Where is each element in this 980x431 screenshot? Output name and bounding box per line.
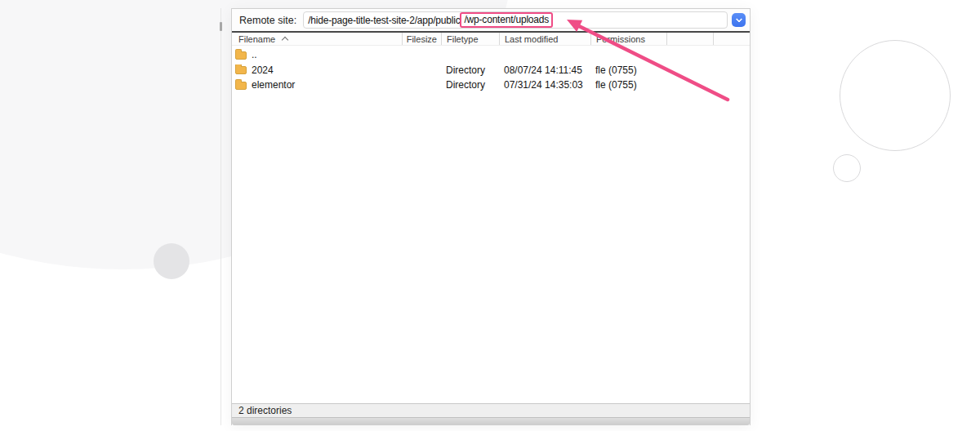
- window-bottom-edge: [232, 417, 750, 425]
- column-header-permissions[interactable]: Permissions: [590, 33, 666, 45]
- path-dropdown-button[interactable]: [732, 13, 746, 27]
- column-header-filesize[interactable]: Filesize: [402, 33, 441, 45]
- page-background: Remote site: /hide-page-title-test-site-…: [0, 0, 980, 431]
- ftp-remote-panel: Remote site: /hide-page-title-test-site-…: [231, 8, 751, 425]
- permissions-text: fle (0755): [590, 79, 666, 91]
- filename-text: 2024: [252, 64, 274, 76]
- table-row-2024[interactable]: 2024 Directory 08/07/24 14:11:45 fle (07…: [232, 63, 750, 78]
- remote-site-label: Remote site:: [239, 15, 296, 26]
- decorative-dot: [154, 243, 189, 279]
- column-header-empty: [666, 33, 713, 45]
- remote-path-field[interactable]: /hide-page-title-test-site-2/app/public/…: [303, 11, 728, 29]
- last-modified-text: 07/31/24 14:35:03: [499, 79, 590, 91]
- folder-icon: [235, 66, 247, 74]
- folder-icon: [235, 82, 247, 90]
- table-row-elementor[interactable]: elementor Directory 07/31/24 14:35:03 fl…: [232, 78, 750, 93]
- folder-icon: [235, 51, 247, 60]
- pane-splitter[interactable]: [220, 8, 221, 425]
- chevron-down-icon: [735, 16, 742, 22]
- decorative-circle-large: [840, 40, 951, 151]
- column-header-filename-label: Filename: [238, 34, 275, 44]
- remote-site-toolbar: Remote site: /hide-page-title-test-site-…: [232, 9, 750, 31]
- path-prefix-text: /hide-page-title-test-site-2/app/public: [308, 15, 460, 26]
- annotation-highlight-box: /wp-content/uploads: [460, 12, 553, 28]
- filename-text: ..: [252, 49, 257, 60]
- column-header-filetype[interactable]: Filetype: [441, 33, 499, 45]
- pane-splitter-handle[interactable]: [220, 22, 222, 31]
- filename-text: elementor: [252, 79, 295, 91]
- sort-ascending-icon: [282, 37, 288, 43]
- table-header: Filename Filesize Filetype Last modified…: [232, 33, 750, 46]
- status-bar: 2 directories: [232, 403, 750, 417]
- file-list: .. 2024 Directory 08/07/24 14:11:45 fle …: [232, 46, 750, 403]
- column-header-filename[interactable]: Filename: [232, 33, 402, 45]
- table-row-parent-dir[interactable]: ..: [232, 47, 750, 63]
- filetype-text: Directory: [441, 79, 499, 91]
- status-text: 2 directories: [238, 405, 292, 416]
- last-modified-text: 08/07/24 14:11:45: [499, 64, 590, 76]
- filetype-text: Directory: [441, 64, 499, 76]
- permissions-text: fle (0755): [590, 64, 666, 76]
- decorative-circle-small: [833, 154, 861, 182]
- column-header-empty: [713, 33, 750, 45]
- column-header-last-modified[interactable]: Last modified: [499, 33, 590, 45]
